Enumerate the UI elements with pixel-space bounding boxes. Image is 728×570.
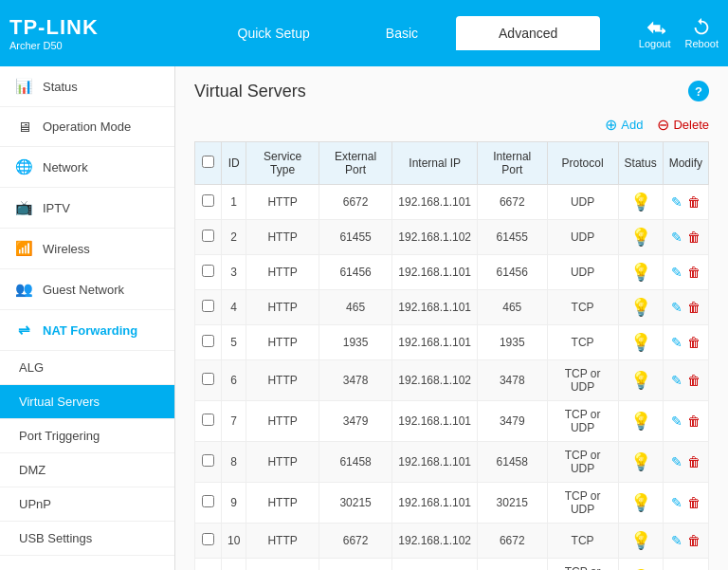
row-int-ip: 192.168.1.102 xyxy=(392,524,478,559)
row-id: 6 xyxy=(222,360,246,401)
logo-sub: Archer D50 xyxy=(9,40,161,51)
row-protocol: UDP xyxy=(547,185,618,220)
row-status[interactable]: 💡 xyxy=(618,401,663,442)
row-checkbox[interactable] xyxy=(202,454,214,467)
edit-icon[interactable]: ✎ xyxy=(671,265,682,280)
tab-quick-setup[interactable]: Quick Setup xyxy=(200,16,348,50)
table-row: 11 HTTP 61457 192.168.1.102 61457 TCP or… xyxy=(195,559,709,571)
row-status[interactable]: 💡 xyxy=(618,185,663,220)
sidebar-item-iptv[interactable]: 📺 IPTV xyxy=(0,188,174,229)
trash-icon[interactable]: 🗑 xyxy=(687,454,701,469)
row-int-ip: 192.168.1.101 xyxy=(392,483,478,524)
row-ext-port: 61456 xyxy=(318,255,391,290)
page-title: Virtual Servers xyxy=(194,82,306,101)
sidebar-item-network[interactable]: 🌐 Network xyxy=(0,147,174,188)
trash-icon[interactable]: 🗑 xyxy=(687,194,701,210)
guest-network-icon: 👥 xyxy=(14,281,33,298)
row-id: 5 xyxy=(222,325,246,360)
sidebar-label-guest-network: Guest Network xyxy=(43,283,124,297)
sidebar-item-wireless[interactable]: 📶 Wireless xyxy=(0,229,174,269)
sidebar-sub-dmz[interactable]: DMZ xyxy=(0,453,174,487)
edit-icon[interactable]: ✎ xyxy=(671,373,682,388)
row-id: 10 xyxy=(222,524,246,559)
row-checkbox[interactable] xyxy=(202,230,214,242)
reboot-label: Reboot xyxy=(685,38,719,49)
logo-area: TP-LINK Archer D50 xyxy=(9,15,161,51)
row-protocol: TCP xyxy=(547,524,618,559)
col-external-port: External Port xyxy=(318,142,391,185)
select-all-checkbox[interactable] xyxy=(202,156,214,168)
table-row: 7 HTTP 3479 192.168.1.101 3479 TCP or UD… xyxy=(195,401,709,442)
sidebar-sub-alg[interactable]: ALG xyxy=(0,351,174,385)
edit-icon[interactable]: ✎ xyxy=(671,533,682,548)
row-int-port: 61455 xyxy=(478,220,547,255)
row-status[interactable]: 💡 xyxy=(618,220,663,255)
row-modify: ✎ 🗑 xyxy=(663,442,708,483)
trash-icon[interactable]: 🗑 xyxy=(687,335,701,350)
logo-main: TP-LINK xyxy=(9,15,161,40)
edit-icon[interactable]: ✎ xyxy=(671,230,682,245)
edit-icon[interactable]: ✎ xyxy=(671,495,682,510)
row-int-ip: 192.168.1.102 xyxy=(392,220,478,255)
virtual-servers-table: ID Service Type External Port Internal I… xyxy=(194,141,709,570)
sidebar-label-wireless: Wireless xyxy=(43,242,90,256)
row-checkbox[interactable] xyxy=(202,495,214,507)
row-status[interactable]: 💡 xyxy=(618,559,663,571)
row-checkbox[interactable] xyxy=(202,533,214,545)
sidebar-item-operation-mode[interactable]: 🖥 Operation Mode xyxy=(0,107,174,147)
row-status[interactable]: 💡 xyxy=(618,483,663,524)
trash-icon[interactable]: 🗑 xyxy=(687,533,701,548)
edit-icon[interactable]: ✎ xyxy=(671,300,682,315)
trash-icon[interactable]: 🗑 xyxy=(687,265,701,280)
trash-icon[interactable]: 🗑 xyxy=(687,300,701,315)
row-checkbox[interactable] xyxy=(202,414,214,426)
row-ext-port: 6672 xyxy=(318,185,391,220)
row-status[interactable]: 💡 xyxy=(618,524,663,559)
trash-icon[interactable]: 🗑 xyxy=(687,495,701,510)
delete-button[interactable]: ⊖ Delete xyxy=(657,116,709,134)
delete-label: Delete xyxy=(673,118,709,132)
sidebar-item-status[interactable]: 📊 Status xyxy=(0,66,174,107)
sidebar-label-nat-forwarding: NAT Forwarding xyxy=(43,323,137,338)
content-area: portforward Virtual Servers ? ⊕ Add ⊖ De… xyxy=(175,66,728,570)
row-status[interactable]: 💡 xyxy=(618,255,663,290)
sidebar-item-nat-forwarding[interactable]: ⇌ NAT Forwarding xyxy=(0,310,174,351)
row-checkbox[interactable] xyxy=(202,335,214,347)
help-icon[interactable]: ? xyxy=(688,81,709,101)
wireless-icon: 📶 xyxy=(14,240,33,257)
sidebar-sub-usb-settings[interactable]: USB Settings xyxy=(0,522,174,556)
row-checkbox[interactable] xyxy=(202,373,214,385)
sidebar-sub-upnp[interactable]: UPnP xyxy=(0,487,174,522)
sidebar-item-guest-network[interactable]: 👥 Guest Network xyxy=(0,269,174,310)
trash-icon[interactable]: 🗑 xyxy=(687,230,701,245)
row-status[interactable]: 💡 xyxy=(618,325,663,360)
sidebar-sub-port-triggering[interactable]: Port Triggering xyxy=(0,419,174,453)
row-service: HTTP xyxy=(246,524,318,559)
col-modify: Modify xyxy=(663,142,708,185)
reboot-button[interactable]: Reboot xyxy=(685,17,719,49)
trash-icon[interactable]: 🗑 xyxy=(687,373,701,388)
row-checkbox[interactable] xyxy=(202,300,214,312)
tab-basic[interactable]: Basic xyxy=(348,16,456,50)
sidebar-sub-virtual-servers[interactable]: Virtual Servers xyxy=(0,385,174,419)
row-int-ip: 192.168.1.101 xyxy=(392,401,478,442)
logout-button[interactable]: Logout xyxy=(639,17,671,49)
row-status[interactable]: 💡 xyxy=(618,290,663,325)
edit-icon[interactable]: ✎ xyxy=(671,414,682,429)
edit-icon[interactable]: ✎ xyxy=(671,194,682,210)
edit-icon[interactable]: ✎ xyxy=(671,454,682,469)
nav-tabs: Quick Setup Basic Advanced xyxy=(161,16,639,50)
edit-icon[interactable]: ✎ xyxy=(671,335,682,350)
col-status: Status xyxy=(618,142,663,185)
sidebar-label-iptv: IPTV xyxy=(43,201,70,215)
add-button[interactable]: ⊕ Add xyxy=(605,116,643,134)
row-status[interactable]: 💡 xyxy=(618,360,663,401)
row-status[interactable]: 💡 xyxy=(618,442,663,483)
row-checkbox[interactable] xyxy=(202,265,214,277)
trash-icon[interactable]: 🗑 xyxy=(687,414,701,429)
row-int-port: 61457 xyxy=(478,559,547,571)
tab-advanced[interactable]: Advanced xyxy=(456,16,600,50)
row-id: 4 xyxy=(222,290,246,325)
row-int-port: 6672 xyxy=(478,185,547,220)
row-checkbox[interactable] xyxy=(202,194,214,207)
